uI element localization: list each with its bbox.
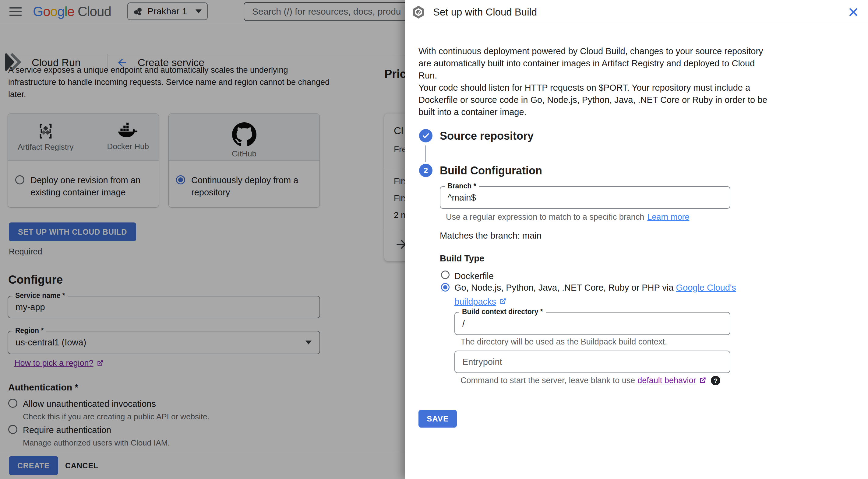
close-button[interactable] xyxy=(845,4,862,21)
build-context-label: Build context directory * xyxy=(459,308,546,316)
build-context-helper: The directory will be used as the Buildp… xyxy=(461,337,667,347)
branch-input[interactable] xyxy=(440,193,730,203)
branch-label: Branch * xyxy=(445,182,479,190)
step1-title: Source repository xyxy=(440,130,534,142)
branch-field: Branch * xyxy=(440,186,730,209)
entrypoint-field xyxy=(455,350,730,373)
cloud-build-panel: Set up with Cloud Build With continuous … xyxy=(405,0,868,479)
panel-header: Set up with Cloud Build xyxy=(405,0,868,24)
branch-helper: Use a regular expression to match to a s… xyxy=(446,212,689,222)
entrypoint-helper: Command to start the server, leave blank… xyxy=(461,376,720,385)
branch-match-note: Matches the branch: main xyxy=(440,231,541,241)
external-link-icon xyxy=(499,297,507,306)
help-icon[interactable]: ? xyxy=(711,376,720,385)
entrypoint-input[interactable] xyxy=(455,357,730,367)
screen: Google Cloud Prakhar 1 xyxy=(0,0,868,479)
step1-complete-badge xyxy=(419,129,432,142)
step-connector xyxy=(425,145,426,162)
dockerfile-radio[interactable] xyxy=(441,271,450,279)
learn-more-link[interactable]: Learn more xyxy=(647,212,689,222)
step2-badge: 2 xyxy=(419,164,432,177)
step2-title: Build Configuration xyxy=(440,164,542,177)
save-button[interactable]: SAVE xyxy=(418,410,457,427)
default-behavior-link[interactable]: default behavior xyxy=(638,376,696,385)
cloud-build-icon xyxy=(411,5,426,20)
build-context-field: Build context directory * xyxy=(455,312,730,335)
check-icon xyxy=(422,132,430,140)
build-type-buildpacks-option[interactable]: Go, Node.js, Python, Java, .NET Core, Ru… xyxy=(441,281,736,309)
buildpacks-link[interactable]: Google Cloud's xyxy=(676,283,736,293)
panel-title: Set up with Cloud Build xyxy=(433,6,537,18)
close-icon xyxy=(848,7,859,18)
build-context-input[interactable] xyxy=(455,319,730,329)
buildpacks-link[interactable]: buildpacks xyxy=(455,297,496,306)
external-link-icon xyxy=(699,376,707,385)
panel-description: With continuous deployment powered by Cl… xyxy=(418,45,768,118)
modal-scrim[interactable] xyxy=(0,0,405,479)
build-type-label: Build Type xyxy=(440,253,484,264)
buildpacks-radio[interactable] xyxy=(441,283,450,292)
